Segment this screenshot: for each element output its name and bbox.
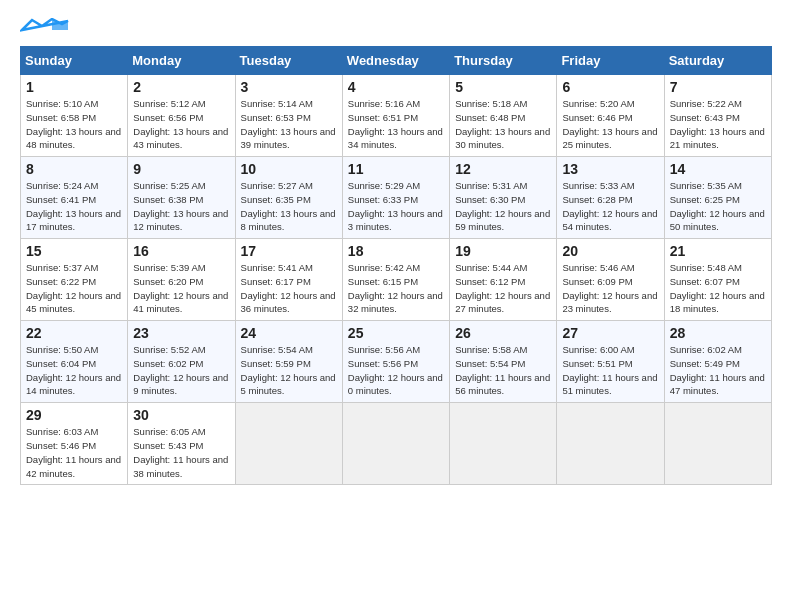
day-info: Sunrise: 5:18 AMSunset: 6:48 PMDaylight:… — [455, 97, 552, 152]
day-info: Sunrise: 5:54 AMSunset: 5:59 PMDaylight:… — [241, 343, 338, 398]
day-info: Sunrise: 5:14 AMSunset: 6:53 PMDaylight:… — [241, 97, 338, 152]
day-number: 4 — [348, 79, 445, 95]
day-number: 12 — [455, 161, 552, 177]
day-info: Sunrise: 5:20 AMSunset: 6:46 PMDaylight:… — [562, 97, 659, 152]
calendar-cell: 10Sunrise: 5:27 AMSunset: 6:35 PMDayligh… — [235, 157, 342, 239]
day-number: 21 — [670, 243, 767, 259]
col-header-monday: Monday — [128, 47, 235, 75]
calendar-week-row: 15Sunrise: 5:37 AMSunset: 6:22 PMDayligh… — [21, 239, 772, 321]
day-info: Sunrise: 6:00 AMSunset: 5:51 PMDaylight:… — [562, 343, 659, 398]
day-number: 6 — [562, 79, 659, 95]
day-number: 30 — [133, 407, 230, 423]
calendar-table: SundayMondayTuesdayWednesdayThursdayFrid… — [20, 46, 772, 485]
day-info: Sunrise: 5:22 AMSunset: 6:43 PMDaylight:… — [670, 97, 767, 152]
col-header-saturday: Saturday — [664, 47, 771, 75]
col-header-friday: Friday — [557, 47, 664, 75]
day-info: Sunrise: 5:29 AMSunset: 6:33 PMDaylight:… — [348, 179, 445, 234]
calendar-cell: 2Sunrise: 5:12 AMSunset: 6:56 PMDaylight… — [128, 75, 235, 157]
calendar-cell: 21Sunrise: 5:48 AMSunset: 6:07 PMDayligh… — [664, 239, 771, 321]
calendar-cell — [664, 403, 771, 485]
calendar-cell: 17Sunrise: 5:41 AMSunset: 6:17 PMDayligh… — [235, 239, 342, 321]
calendar-cell: 7Sunrise: 5:22 AMSunset: 6:43 PMDaylight… — [664, 75, 771, 157]
day-number: 17 — [241, 243, 338, 259]
day-number: 5 — [455, 79, 552, 95]
day-info: Sunrise: 5:46 AMSunset: 6:09 PMDaylight:… — [562, 261, 659, 316]
calendar-cell: 23Sunrise: 5:52 AMSunset: 6:02 PMDayligh… — [128, 321, 235, 403]
day-info: Sunrise: 5:25 AMSunset: 6:38 PMDaylight:… — [133, 179, 230, 234]
col-header-sunday: Sunday — [21, 47, 128, 75]
calendar-cell: 19Sunrise: 5:44 AMSunset: 6:12 PMDayligh… — [450, 239, 557, 321]
day-number: 25 — [348, 325, 445, 341]
day-info: Sunrise: 5:50 AMSunset: 6:04 PMDaylight:… — [26, 343, 123, 398]
day-number: 18 — [348, 243, 445, 259]
day-number: 24 — [241, 325, 338, 341]
calendar-cell: 11Sunrise: 5:29 AMSunset: 6:33 PMDayligh… — [342, 157, 449, 239]
day-number: 13 — [562, 161, 659, 177]
day-info: Sunrise: 5:39 AMSunset: 6:20 PMDaylight:… — [133, 261, 230, 316]
day-number: 3 — [241, 79, 338, 95]
calendar-cell: 26Sunrise: 5:58 AMSunset: 5:54 PMDayligh… — [450, 321, 557, 403]
day-info: Sunrise: 5:52 AMSunset: 6:02 PMDaylight:… — [133, 343, 230, 398]
calendar-cell: 9Sunrise: 5:25 AMSunset: 6:38 PMDaylight… — [128, 157, 235, 239]
day-info: Sunrise: 5:27 AMSunset: 6:35 PMDaylight:… — [241, 179, 338, 234]
calendar-cell — [342, 403, 449, 485]
calendar-cell: 18Sunrise: 5:42 AMSunset: 6:15 PMDayligh… — [342, 239, 449, 321]
day-number: 2 — [133, 79, 230, 95]
logo — [20, 18, 70, 36]
calendar-cell: 29Sunrise: 6:03 AMSunset: 5:46 PMDayligh… — [21, 403, 128, 485]
col-header-wednesday: Wednesday — [342, 47, 449, 75]
day-info: Sunrise: 5:37 AMSunset: 6:22 PMDaylight:… — [26, 261, 123, 316]
day-number: 14 — [670, 161, 767, 177]
calendar-cell: 20Sunrise: 5:46 AMSunset: 6:09 PMDayligh… — [557, 239, 664, 321]
calendar-cell: 6Sunrise: 5:20 AMSunset: 6:46 PMDaylight… — [557, 75, 664, 157]
day-number: 27 — [562, 325, 659, 341]
col-header-thursday: Thursday — [450, 47, 557, 75]
day-number: 26 — [455, 325, 552, 341]
day-number: 23 — [133, 325, 230, 341]
calendar-cell: 4Sunrise: 5:16 AMSunset: 6:51 PMDaylight… — [342, 75, 449, 157]
calendar-cell: 5Sunrise: 5:18 AMSunset: 6:48 PMDaylight… — [450, 75, 557, 157]
calendar-cell: 12Sunrise: 5:31 AMSunset: 6:30 PMDayligh… — [450, 157, 557, 239]
day-info: Sunrise: 5:10 AMSunset: 6:58 PMDaylight:… — [26, 97, 123, 152]
day-info: Sunrise: 5:33 AMSunset: 6:28 PMDaylight:… — [562, 179, 659, 234]
calendar-cell: 30Sunrise: 6:05 AMSunset: 5:43 PMDayligh… — [128, 403, 235, 485]
day-info: Sunrise: 6:05 AMSunset: 5:43 PMDaylight:… — [133, 425, 230, 480]
day-number: 28 — [670, 325, 767, 341]
day-info: Sunrise: 6:03 AMSunset: 5:46 PMDaylight:… — [26, 425, 123, 480]
day-info: Sunrise: 5:41 AMSunset: 6:17 PMDaylight:… — [241, 261, 338, 316]
day-number: 1 — [26, 79, 123, 95]
day-info: Sunrise: 5:48 AMSunset: 6:07 PMDaylight:… — [670, 261, 767, 316]
calendar-cell: 3Sunrise: 5:14 AMSunset: 6:53 PMDaylight… — [235, 75, 342, 157]
day-number: 7 — [670, 79, 767, 95]
day-number: 9 — [133, 161, 230, 177]
day-info: Sunrise: 5:35 AMSunset: 6:25 PMDaylight:… — [670, 179, 767, 234]
day-number: 29 — [26, 407, 123, 423]
calendar-cell — [235, 403, 342, 485]
day-info: Sunrise: 5:56 AMSunset: 5:56 PMDaylight:… — [348, 343, 445, 398]
calendar-cell: 16Sunrise: 5:39 AMSunset: 6:20 PMDayligh… — [128, 239, 235, 321]
calendar-header-row: SundayMondayTuesdayWednesdayThursdayFrid… — [21, 47, 772, 75]
calendar-cell: 13Sunrise: 5:33 AMSunset: 6:28 PMDayligh… — [557, 157, 664, 239]
day-info: Sunrise: 5:16 AMSunset: 6:51 PMDaylight:… — [348, 97, 445, 152]
calendar-cell: 22Sunrise: 5:50 AMSunset: 6:04 PMDayligh… — [21, 321, 128, 403]
calendar-cell: 28Sunrise: 6:02 AMSunset: 5:49 PMDayligh… — [664, 321, 771, 403]
day-info: Sunrise: 5:31 AMSunset: 6:30 PMDaylight:… — [455, 179, 552, 234]
calendar-week-row: 29Sunrise: 6:03 AMSunset: 5:46 PMDayligh… — [21, 403, 772, 485]
calendar-cell: 14Sunrise: 5:35 AMSunset: 6:25 PMDayligh… — [664, 157, 771, 239]
calendar-cell: 27Sunrise: 6:00 AMSunset: 5:51 PMDayligh… — [557, 321, 664, 403]
day-number: 11 — [348, 161, 445, 177]
day-number: 16 — [133, 243, 230, 259]
calendar-cell: 24Sunrise: 5:54 AMSunset: 5:59 PMDayligh… — [235, 321, 342, 403]
day-info: Sunrise: 5:12 AMSunset: 6:56 PMDaylight:… — [133, 97, 230, 152]
day-info: Sunrise: 5:24 AMSunset: 6:41 PMDaylight:… — [26, 179, 123, 234]
day-number: 8 — [26, 161, 123, 177]
calendar-week-row: 1Sunrise: 5:10 AMSunset: 6:58 PMDaylight… — [21, 75, 772, 157]
col-header-tuesday: Tuesday — [235, 47, 342, 75]
day-info: Sunrise: 5:42 AMSunset: 6:15 PMDaylight:… — [348, 261, 445, 316]
calendar-cell: 8Sunrise: 5:24 AMSunset: 6:41 PMDaylight… — [21, 157, 128, 239]
logo-icon — [20, 18, 70, 32]
day-number: 10 — [241, 161, 338, 177]
calendar-cell: 15Sunrise: 5:37 AMSunset: 6:22 PMDayligh… — [21, 239, 128, 321]
day-number: 19 — [455, 243, 552, 259]
day-info: Sunrise: 5:58 AMSunset: 5:54 PMDaylight:… — [455, 343, 552, 398]
